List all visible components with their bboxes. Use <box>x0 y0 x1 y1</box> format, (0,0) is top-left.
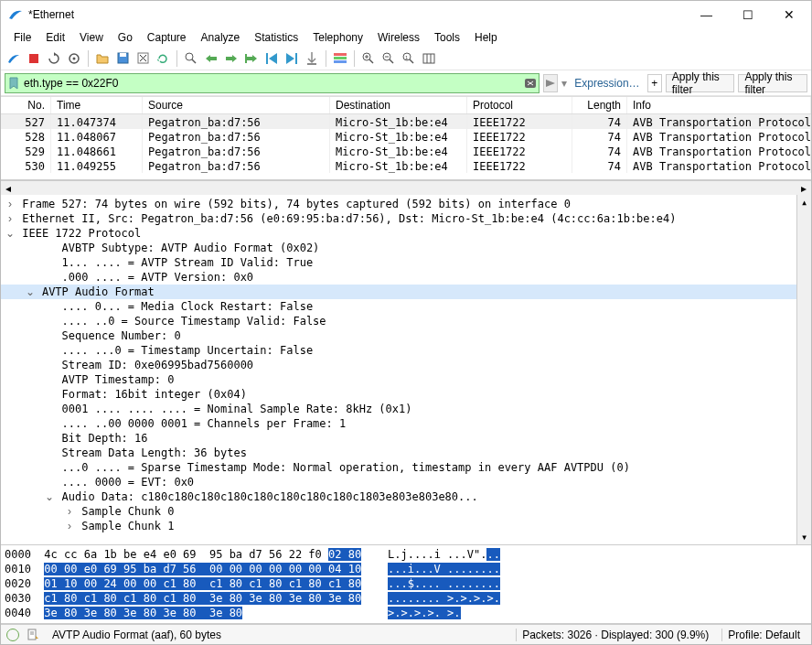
reload-icon[interactable] <box>154 49 172 68</box>
svg-rect-11 <box>307 63 316 65</box>
packet-row[interactable]: 53011.049255Pegatron_ba:d7:56Micro-St_1b… <box>1 158 811 173</box>
menu-go[interactable]: Go <box>111 29 140 46</box>
tree-node[interactable]: 0001 .... .... .... = Nominal Sample Rat… <box>1 402 811 416</box>
jump-to-icon[interactable] <box>242 49 261 68</box>
tree-node[interactable]: ⌄ IEEE 1722 Protocol <box>1 226 811 241</box>
tree-node[interactable]: › Frame 527: 74 bytes on wire (592 bits)… <box>1 197 811 211</box>
tree-node[interactable]: .... ...0 = Timestamp Uncertain: False <box>1 343 811 358</box>
hex-row[interactable]: 0020 01 10 00 24 00 00 c1 80 c1 80 c1 80… <box>5 576 807 591</box>
scroll-right-icon[interactable]: ▸ <box>796 182 811 195</box>
tree-node[interactable]: 1... .... = AVTP Stream ID Valid: True <box>1 255 811 270</box>
expression-link[interactable]: Expression… <box>571 77 643 90</box>
apply-filter-2-button[interactable]: Apply this filter <box>738 74 807 92</box>
menu-tools[interactable]: Tools <box>427 29 467 46</box>
tree-node[interactable]: ⌄ Audio Data: c180c180c180c180c180c180c1… <box>1 489 811 504</box>
go-last-icon[interactable] <box>283 49 301 68</box>
svg-line-7 <box>192 59 196 63</box>
menu-view[interactable]: View <box>72 29 111 46</box>
menu-file[interactable]: File <box>6 29 38 46</box>
tree-node[interactable]: .000 .... = AVTP Version: 0x0 <box>1 270 811 285</box>
tree-node[interactable]: › Ethernet II, Src: Pegatron_ba:d7:56 (e… <box>1 211 811 226</box>
packet-list[interactable]: 52711.047374Pegatron_ba:d7:56Micro-St_1b… <box>1 114 811 180</box>
scroll-down-icon[interactable]: ▾ <box>797 530 811 544</box>
packet-row[interactable]: 52711.047374Pegatron_ba:d7:56Micro-St_1b… <box>1 114 811 129</box>
tree-node[interactable]: .... ..00 0000 0001 = Channels per Frame… <box>1 416 811 431</box>
display-filter-input[interactable] <box>22 77 522 90</box>
col-protocol[interactable]: Protocol <box>467 97 572 113</box>
packet-row[interactable]: 52811.048067Pegatron_ba:d7:56Micro-St_1b… <box>1 129 811 144</box>
options-icon[interactable] <box>65 49 83 68</box>
filter-apply-arrow[interactable] <box>543 74 558 92</box>
minimize-button[interactable]: — <box>686 2 727 27</box>
tree-node[interactable]: Format: 16bit integer (0x04) <box>1 387 811 402</box>
save-file-icon[interactable] <box>113 49 132 68</box>
find-icon[interactable] <box>182 49 200 68</box>
tree-node[interactable]: Bit Depth: 16 <box>1 431 811 446</box>
tree-node[interactable]: Sequence Number: 0 <box>1 328 811 343</box>
hex-row[interactable]: 0000 4c cc 6a 1b be e4 e0 69 95 ba d7 56… <box>5 547 807 562</box>
close-file-icon[interactable] <box>134 49 152 68</box>
col-length[interactable]: Length <box>572 97 627 113</box>
menu-help[interactable]: Help <box>467 29 505 46</box>
svg-rect-4 <box>120 53 126 57</box>
hex-row[interactable]: 0040 3e 80 3e 80 3e 80 3e 80 3e 80 >.>.>… <box>5 606 807 620</box>
tree-node[interactable]: Stream Data Length: 36 bytes <box>1 446 811 460</box>
packet-list-hscroll[interactable]: ◂ ▸ <box>1 180 811 195</box>
menu-statistics[interactable]: Statistics <box>247 29 305 46</box>
col-no[interactable]: No. <box>1 97 51 113</box>
filter-clear-icon[interactable] <box>522 77 539 90</box>
open-file-icon[interactable] <box>93 49 112 68</box>
svg-rect-8 <box>245 54 247 63</box>
zoom-out-icon[interactable] <box>379 49 398 68</box>
packet-bytes[interactable]: 0000 4c cc 6a 1b be e4 e0 69 95 ba d7 56… <box>1 545 811 624</box>
filter-bookmark-icon[interactable] <box>5 77 22 90</box>
menu-analyze[interactable]: Analyze <box>194 29 248 46</box>
tree-node[interactable]: ...0 .... = Sparse Timestamp Mode: Norma… <box>1 460 811 475</box>
tree-node[interactable]: ⌄ AVTP Audio Format <box>1 285 811 299</box>
col-source[interactable]: Source <box>143 97 330 113</box>
col-time[interactable]: Time <box>51 97 143 113</box>
resize-columns-icon[interactable] <box>420 49 438 68</box>
status-profile[interactable]: Profile: Default <box>721 629 806 641</box>
menu-capture[interactable]: Capture <box>140 29 194 46</box>
details-vscroll[interactable]: ▴ ▾ <box>796 195 811 544</box>
tree-node[interactable]: AVBTP Subtype: AVTP Audio Format (0x02) <box>1 241 811 255</box>
menu-edit[interactable]: Edit <box>38 29 72 46</box>
restart-capture-icon[interactable] <box>45 49 63 68</box>
go-back-icon[interactable] <box>202 49 220 68</box>
zoom-in-icon[interactable] <box>359 49 378 68</box>
tree-node[interactable]: .... 0... = Media Clock Restart: False <box>1 299 811 314</box>
tree-node[interactable]: .... 0000 = EVT: 0x0 <box>1 475 811 489</box>
stop-capture-icon[interactable] <box>25 49 43 68</box>
start-capture-icon[interactable] <box>5 49 23 68</box>
packet-row[interactable]: 52911.048661Pegatron_ba:d7:56Micro-St_1b… <box>1 144 811 158</box>
svg-rect-10 <box>295 53 297 64</box>
scroll-up-icon[interactable]: ▴ <box>797 195 811 210</box>
titlebar: *Ethernet — ☐ ✕ <box>1 1 811 28</box>
go-forward-icon[interactable] <box>222 49 240 68</box>
maximize-button[interactable]: ☐ <box>727 2 768 27</box>
close-button[interactable]: ✕ <box>768 2 809 27</box>
tree-node[interactable]: › Sample Chunk 1 <box>1 519 811 533</box>
capture-file-properties-icon[interactable] <box>27 629 39 641</box>
go-first-icon[interactable] <box>262 49 281 68</box>
menu-telephony[interactable]: Telephony <box>305 29 370 46</box>
tree-node[interactable]: › Sample Chunk 0 <box>1 504 811 519</box>
autoscroll-icon[interactable] <box>303 49 321 68</box>
scroll-left-icon[interactable]: ◂ <box>1 182 16 195</box>
col-info[interactable]: Info <box>627 97 811 113</box>
tree-node[interactable]: .... ..0 = Source Timestamp Valid: False <box>1 314 811 328</box>
hex-row[interactable]: 0010 00 00 e0 69 95 ba d7 56 00 00 00 00… <box>5 562 807 576</box>
packet-details[interactable]: ▴ ▾ › Frame 527: 74 bytes on wire (592 b… <box>1 195 811 545</box>
zoom-reset-icon[interactable]: 1 <box>400 49 418 68</box>
menu-wireless[interactable]: Wireless <box>370 29 427 46</box>
expert-info-icon[interactable] <box>6 629 19 641</box>
col-destination[interactable]: Destination <box>330 97 467 113</box>
packet-list-header: No. Time Source Destination Protocol Len… <box>1 96 811 114</box>
hex-row[interactable]: 0030 c1 80 c1 80 c1 80 c1 80 3e 80 3e 80… <box>5 591 807 606</box>
colorize-icon[interactable] <box>331 49 349 68</box>
apply-filter-1-button[interactable]: Apply this filter <box>666 74 735 92</box>
tree-node[interactable]: Stream ID: 0xe06995bad7560000 <box>1 358 811 372</box>
add-filter-button[interactable]: + <box>647 74 662 92</box>
tree-node[interactable]: AVTP Timestamp: 0 <box>1 372 811 387</box>
